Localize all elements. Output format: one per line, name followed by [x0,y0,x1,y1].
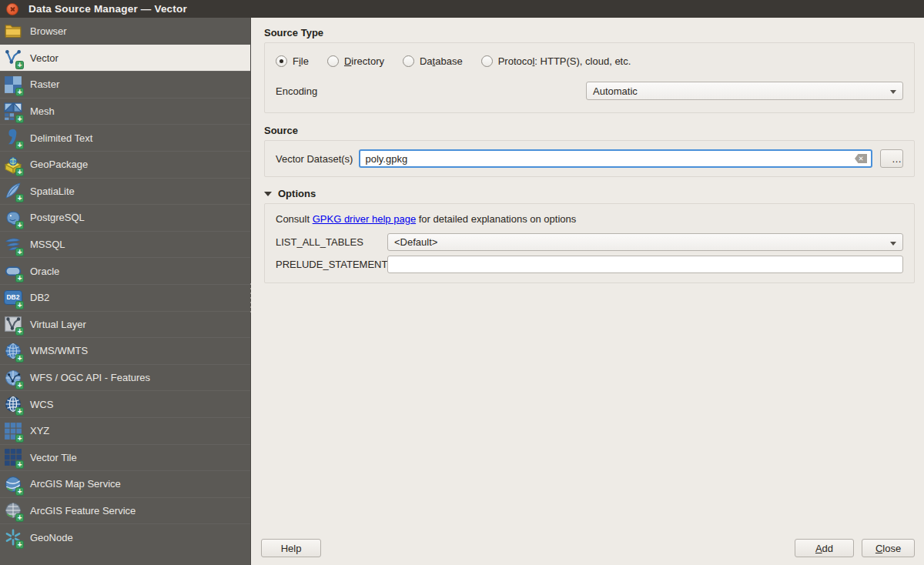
feather-icon [3,181,23,201]
chevron-down-icon [890,242,896,246]
source-type-title: Source Type [264,27,915,38]
browse-button[interactable]: … [880,149,903,168]
dialog-footer: Help Add Close [261,539,915,557]
radio-file[interactable]: File [276,55,309,67]
globe-grid-icon [3,394,23,414]
sidebar-item-db2[interactable]: DB2 DB2 [0,284,250,311]
help-button[interactable]: Help [261,539,321,557]
oracle-icon [3,261,23,281]
globe-nodes-icon [3,368,23,388]
sidebar-item-browser[interactable]: Browser [0,18,250,45]
source-type-group: File Directory Database Protocol: HTTP(S… [264,42,915,113]
add-plus-badge-icon [15,221,24,229]
prelude-statements-row: PRELUDE_STATEMENTS [276,256,903,273]
sidebar-item-arcgis-feature-service[interactable]: ArcGIS Feature Service [0,497,250,524]
radio-directory[interactable]: Directory [327,55,384,67]
sidebar-item-xyz[interactable]: XYZ [0,417,250,444]
add-plus-badge-icon [15,61,24,69]
titlebar: Data Source Manager — Vector [0,0,924,18]
add-plus-badge-icon [15,194,24,202]
options-header[interactable]: Options [264,188,915,199]
radio-unselected-icon [327,55,339,67]
radio-unselected-icon [403,55,414,67]
sidebar-item-wms-wmts[interactable]: WMS/WMTS [0,337,250,364]
source-sidebar: Browser Vector Raster Mesh [0,18,251,565]
arcgis-globe-icon [3,474,23,494]
sidebar-item-mssql[interactable]: MSSQL [0,231,250,258]
window-title: Data Source Manager — Vector [28,3,187,15]
folder-icon [3,21,23,41]
arcgis-globe-gray-icon [3,500,23,520]
globe-icon [3,341,23,361]
gpkg-driver-help-link[interactable]: GPKG driver help page [313,213,416,225]
add-plus-badge-icon [15,274,24,282]
sidebar-item-mesh[interactable]: Mesh [0,98,250,125]
add-plus-badge-icon [15,487,24,496]
sidebar-item-geonode[interactable]: GeoNode [0,523,250,550]
add-plus-badge-icon [15,115,24,123]
comma-icon [3,128,23,148]
sidebar-item-postgresql[interactable]: PostgreSQL [0,204,250,231]
sidebar-item-vector[interactable]: Vector [0,45,250,72]
dataset-input[interactable] [359,149,872,168]
chevron-down-icon [890,90,896,94]
sidebar-item-virtual-layer[interactable]: Virtual Layer [0,311,250,338]
sidebar-item-geopackage[interactable]: GeoPackage [0,151,250,178]
add-plus-badge-icon [15,540,24,549]
sidebar-item-delimited-text[interactable]: Delimited Text [0,124,250,151]
sidebar-item-wcs[interactable]: WCS [0,390,250,417]
add-plus-badge-icon [15,434,24,443]
add-plus-badge-icon [15,248,24,256]
add-plus-badge-icon [15,168,24,176]
add-plus-badge-icon [15,88,24,96]
sidebar-item-arcgis-map-service[interactable]: ArcGIS Map Service [0,470,250,497]
radio-unselected-icon [481,55,493,67]
sidebar-item-oracle[interactable]: Oracle [0,257,250,284]
prelude-statements-input[interactable] [387,256,903,273]
vector-icon [3,48,23,68]
source-group: Vector Dataset(s) … [264,140,915,177]
sidebar-item-raster[interactable]: Raster [0,71,250,98]
vector-source-panel: Source Type File Directory Database Prot [251,18,924,565]
sidebar-item-spatialite[interactable]: SpatiaLite [0,178,250,205]
close-button[interactable]: Close [862,539,915,557]
prelude-statements-label: PRELUDE_STATEMENTS [276,259,387,270]
radio-protocol[interactable]: Protocol: HTTP(S), cloud, etc. [481,55,631,67]
list-all-tables-row: LIST_ALL_TABLES <Default> [276,233,903,251]
encoding-row: Encoding Automatic [276,82,903,100]
list-all-tables-select[interactable]: <Default> [387,233,903,251]
list-all-tables-label: LIST_ALL_TABLES [276,236,387,248]
add-plus-badge-icon [15,327,24,336]
geonode-spark-icon [3,527,23,547]
source-type-radio-row: File Directory Database Protocol: HTTP(S… [276,55,903,67]
dataset-label: Vector Dataset(s) [276,153,353,165]
mesh-icon [3,102,23,122]
options-group: Consult GPKG driver help page for detail… [264,203,915,283]
options-title: Options [278,188,316,199]
tiles-dark-icon [3,447,23,467]
close-window-button[interactable] [6,3,18,15]
radio-selected-icon [276,55,287,67]
source-title: Source [264,125,915,136]
raster-icon [3,75,23,95]
add-plus-badge-icon [15,301,24,309]
consult-line: Consult GPKG driver help page for detail… [276,213,903,225]
add-plus-badge-icon [15,513,24,522]
add-plus-badge-icon [15,141,24,149]
dataset-row: Vector Dataset(s) … [276,149,903,168]
close-icon [7,4,18,15]
add-plus-badge-icon [15,354,24,363]
sidebar-item-vector-tile[interactable]: Vector Tile [0,444,250,471]
db2-icon: DB2 [3,288,23,308]
virtual-layer-icon [3,314,23,334]
add-plus-badge-icon [15,407,24,416]
geopackage-icon [3,155,23,175]
add-button[interactable]: Add [795,539,854,557]
sidebar-item-wfs-ogc-api-features[interactable]: WFS / OGC API - Features [0,364,250,391]
add-plus-badge-icon [15,460,24,469]
collapse-arrow-icon[interactable] [264,192,272,196]
encoding-label: Encoding [276,85,317,97]
tiles-icon [3,421,23,441]
radio-database[interactable]: Database [403,55,463,67]
encoding-select[interactable]: Automatic [586,82,903,100]
